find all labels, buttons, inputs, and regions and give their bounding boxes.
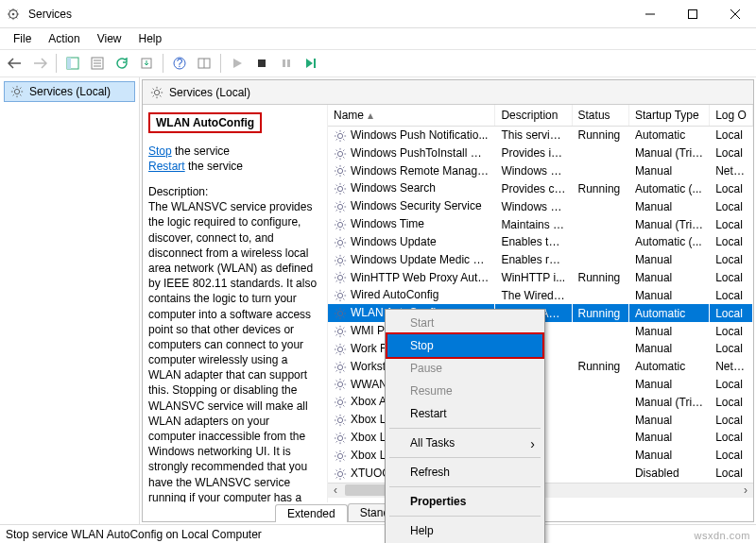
table-cell: Windows Push Notificatio... <box>328 127 495 144</box>
nav-back-button[interactable] <box>4 52 26 75</box>
table-cell <box>572 393 628 411</box>
table-cell <box>572 162 628 180</box>
ctx-all-tasks[interactable]: All Tasks <box>387 432 542 454</box>
table-cell: Running <box>572 127 628 144</box>
toolbar-restart-button[interactable] <box>300 52 322 75</box>
table-cell: Manual <box>628 197 709 215</box>
service-gear-icon <box>334 200 347 213</box>
ctx-stop[interactable]: Stop <box>386 332 544 359</box>
table-cell: Windows Update Medic Ser... <box>328 251 495 269</box>
table-cell: Manual <box>628 286 709 304</box>
table-row[interactable]: Windows UpdateEnables the ...Automatic (… <box>328 233 753 251</box>
table-cell <box>572 144 628 162</box>
menu-action[interactable]: Action <box>41 30 87 47</box>
service-gear-icon <box>334 396 347 409</box>
table-cell: Manual <box>628 251 709 269</box>
tree-item-services-local[interactable]: Services (Local) <box>4 81 135 102</box>
svg-point-39 <box>337 417 342 422</box>
service-gear-icon <box>334 164 347 178</box>
close-button[interactable] <box>713 0 756 27</box>
tab-extended[interactable]: Extended <box>275 504 348 522</box>
menu-view[interactable]: View <box>90 30 129 47</box>
restart-service-link[interactable]: Restart <box>148 160 185 173</box>
svg-point-1 <box>12 12 15 15</box>
title-bar: Services <box>0 0 756 28</box>
table-row[interactable]: Windows PushToInstall Serv...Provides in… <box>328 144 753 162</box>
scrollbar-left-arrow-icon[interactable]: ‹ <box>328 484 343 497</box>
svg-rect-7 <box>67 58 71 69</box>
sort-asc-icon: ▴ <box>368 109 373 122</box>
table-cell: Local <box>710 376 753 394</box>
toolbar-separator <box>163 54 163 73</box>
table-cell: Manual <box>628 429 709 447</box>
table-cell: Local <box>710 269 753 287</box>
table-row[interactable]: Windows Push Notificatio...This service … <box>328 127 753 144</box>
ctx-start: Start <box>387 312 542 334</box>
toolbar-export-button[interactable] <box>135 52 158 75</box>
table-cell: Windows Security Service <box>328 197 495 215</box>
service-gear-icon <box>334 450 347 463</box>
toolbar-start-button[interactable] <box>226 52 249 75</box>
toolbar-properties-button[interactable] <box>86 52 109 75</box>
column-header[interactable]: Description <box>495 105 572 127</box>
table-row[interactable]: Windows TimeMaintains d...Manual (Trig..… <box>328 215 753 233</box>
toolbar-help-button[interactable]: ? <box>168 52 191 75</box>
column-header[interactable]: Status <box>572 105 628 127</box>
app-icon <box>6 7 21 22</box>
table-row[interactable]: Windows Remote Manage...Windows R...Manu… <box>328 162 753 180</box>
table-cell: Manual <box>628 411 709 429</box>
table-cell: Windows Update <box>328 233 495 251</box>
table-cell <box>572 251 628 269</box>
toolbar-pause-button[interactable] <box>275 52 298 75</box>
watermark: wsxdn.com <box>694 530 750 541</box>
ctx-properties[interactable]: Properties <box>387 490 542 513</box>
table-header-row: Name▴DescriptionStatusStartup TypeLog O <box>328 105 753 127</box>
scrollbar-right-arrow-icon[interactable]: › <box>738 484 753 497</box>
table-cell: Local <box>710 179 753 197</box>
ctx-separator <box>389 428 541 429</box>
nav-forward-button[interactable] <box>28 52 51 75</box>
table-row[interactable]: Windows SearchProvides co...RunningAutom… <box>328 179 753 197</box>
table-cell <box>572 465 628 483</box>
service-gear-icon <box>334 361 347 374</box>
svg-point-26 <box>337 187 342 192</box>
svg-rect-17 <box>258 59 266 67</box>
toolbar-show-hide-tree-button[interactable] <box>61 52 84 75</box>
menu-file[interactable]: File <box>6 30 39 47</box>
status-bar: Stop service WLAN AutoConfig on Local Co… <box>0 524 756 543</box>
table-cell: Local <box>710 127 753 144</box>
table-row[interactable]: Windows Security ServiceWindows Se...Man… <box>328 197 753 215</box>
table-cell: Local <box>710 429 753 447</box>
maximize-button[interactable] <box>671 0 713 27</box>
window-title: Services <box>28 8 628 21</box>
stop-service-link[interactable]: Stop <box>148 144 172 158</box>
column-header[interactable]: Startup Type <box>628 105 709 127</box>
table-cell: Local <box>710 304 753 322</box>
selected-service-name: WLAN AutoConfig <box>148 112 262 133</box>
toolbar-stop-button[interactable] <box>250 52 273 75</box>
ctx-restart[interactable]: Restart <box>387 402 542 425</box>
table-cell: Provides co... <box>495 179 572 197</box>
description-text: The WLANSVC service provides the logic r… <box>148 199 318 502</box>
table-cell: Automatic <box>628 127 709 144</box>
table-row[interactable]: Wired AutoConfigThe Wired A...ManualLoca… <box>328 286 753 304</box>
table-cell: Local <box>710 251 753 269</box>
toolbar-view-button[interactable] <box>193 52 215 75</box>
column-header[interactable]: Log O <box>710 105 753 127</box>
column-header[interactable]: Name▴ <box>328 105 495 127</box>
table-row[interactable]: WinHTTP Web Proxy Auto-...WinHTTP i...Ru… <box>328 269 753 287</box>
svg-point-24 <box>337 151 342 156</box>
table-cell: Local <box>710 411 753 429</box>
ctx-help[interactable]: Help <box>387 519 542 542</box>
minimize-button[interactable] <box>628 0 671 27</box>
pane-header: Services (Local) <box>143 80 753 105</box>
table-cell: Manual <box>628 162 709 180</box>
menu-help[interactable]: Help <box>131 30 170 47</box>
ctx-refresh[interactable]: Refresh <box>387 461 542 484</box>
service-gear-icon <box>334 236 347 249</box>
svg-point-22 <box>154 90 159 94</box>
service-gear-icon <box>334 343 347 356</box>
toolbar-refresh-button[interactable] <box>111 52 133 75</box>
table-row[interactable]: Windows Update Medic Ser...Enables rem..… <box>328 251 753 269</box>
table-cell: WinHTTP i... <box>495 269 572 287</box>
